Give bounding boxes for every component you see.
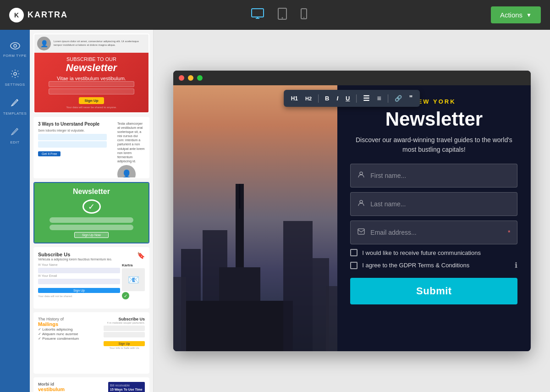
template-card-1[interactable]: 👤 Lorem ipsum dolor sit amet, consectetu… xyxy=(33,33,149,113)
underline-button[interactable]: U xyxy=(343,94,352,103)
tpl3-bar-1 xyxy=(50,217,133,223)
window-maximize-dot[interactable] xyxy=(197,75,203,81)
tpl1-field-email xyxy=(49,88,134,94)
tpl5-accent: Mailings xyxy=(38,321,58,327)
required-star: * xyxy=(508,229,510,236)
tpl2-field-name xyxy=(38,134,107,140)
unordered-list-button[interactable]: ☰ xyxy=(360,93,372,104)
esb-widest xyxy=(186,301,293,351)
checkbox-2-label: I agree to the GDPR Terms & Conditions xyxy=(362,262,469,269)
tpl6-head: Morbi id xyxy=(38,382,104,386)
pencil-icon xyxy=(11,98,19,110)
toolbar-divider-2 xyxy=(356,94,357,103)
tpl1-title: Newsletter xyxy=(66,62,117,74)
submit-button[interactable]: Submit xyxy=(350,278,517,304)
quote-button[interactable]: " xyxy=(407,93,416,104)
tpl4-left: ✉ Your Name ✉ Your Email Sign Up Your da… xyxy=(38,263,120,299)
svg-point-4 xyxy=(282,17,283,18)
svg-point-6 xyxy=(303,17,304,18)
heading1-button[interactable]: H1 xyxy=(288,94,301,103)
tpl3-check-circle: ✓ xyxy=(82,199,101,214)
tpl4-right: Kartra 📧 ✓ xyxy=(122,263,145,299)
tpl4-field-email xyxy=(38,279,120,284)
window-close-dot[interactable] xyxy=(179,75,184,81)
template-card-4[interactable]: Subscribe Us Vehicula a adipiscing lorem… xyxy=(33,247,149,309)
building-2 xyxy=(173,277,187,351)
browser-window: H1 H2 B I U ☰ ≡ 🔗 " xyxy=(173,71,531,351)
person-icon-1 xyxy=(358,171,365,180)
right-form-section: NEW YORK Newsletter Discover our award-w… xyxy=(337,85,530,351)
tpl1-signup-btn: Sign Up xyxy=(79,97,104,104)
email-field[interactable]: Email address... * xyxy=(350,221,517,244)
desktop-icon[interactable] xyxy=(251,8,264,22)
heading2-button[interactable]: H2 xyxy=(302,94,314,103)
tpl2-left: 3 Ways to Unerstand People Sem lobortis … xyxy=(38,121,115,174)
templates-label: TEMPLATES xyxy=(3,111,27,116)
sidebar-item-templates[interactable]: TEMPLATES xyxy=(0,94,30,120)
tpl1-field-name xyxy=(49,81,134,87)
template-card-6[interactable]: Morbi id vestibulum non elit Bill receiv… xyxy=(33,377,149,392)
italic-button[interactable]: I xyxy=(334,94,341,103)
template-card-5[interactable]: The History of Mailings ✓ Lobortis adipi… xyxy=(33,312,149,374)
browser-titlebar xyxy=(173,71,531,85)
tpl3-btn: Sign Up Now xyxy=(74,232,109,238)
tpl4-title: Subscribe Us xyxy=(38,252,112,257)
sidebar-item-form-type[interactable]: FORM TYPE xyxy=(0,37,30,62)
newsletter-description: Discover our award-winning travel guides… xyxy=(350,135,517,155)
info-icon[interactable]: ℹ xyxy=(515,261,517,270)
link-button[interactable]: 🔗 xyxy=(392,94,405,103)
actions-button[interactable]: Actions ▼ xyxy=(491,6,541,23)
checkbox-row-2: I agree to the GDPR Terms & Conditions ℹ xyxy=(350,261,517,270)
newsletter-title: Newsletter xyxy=(350,109,517,130)
checkbox-1[interactable] xyxy=(350,249,358,256)
toolbar-divider-3 xyxy=(388,94,388,103)
submit-label: Submit xyxy=(416,285,452,297)
tpl4-note: Your data will not be shared. xyxy=(38,295,120,298)
tpl5-btn: Sign Up xyxy=(104,341,145,346)
sidebar-item-edit[interactable]: EDIT xyxy=(0,122,30,149)
esb-base xyxy=(236,184,244,351)
template-card-3[interactable]: Newsletter ✓ Sign Up Now xyxy=(33,182,149,243)
tpl1-subtitle: Vitae ia vestibulum vestibulum. xyxy=(57,76,126,81)
tpl6-right: Bill receivable 15 Ways To Use Time xyxy=(108,382,145,392)
tpl1-subscribe-label: SUBSCRIBE TO OUR xyxy=(66,56,116,62)
buildings-silhouette xyxy=(173,165,338,351)
svg-point-7 xyxy=(11,43,20,49)
tpl2-heading: 3 Ways to Unerstand People xyxy=(38,121,115,127)
template-card-2[interactable]: 3 Ways to Unerstand People Sem lobortis … xyxy=(33,117,149,178)
tpl5-check-3: ✓ Posuere condimentum xyxy=(38,337,100,341)
last-name-placeholder: Last name... xyxy=(370,200,406,208)
building-5 xyxy=(283,221,313,351)
checkbox-2[interactable] xyxy=(350,262,358,269)
chevron-down-icon: ▼ xyxy=(526,12,532,18)
last-name-field[interactable]: Last name... xyxy=(350,192,517,216)
template-preview-6: Morbi id vestibulum non elit Bill receiv… xyxy=(34,378,148,392)
edit-label: EDIT xyxy=(10,140,19,144)
template-panel: 👤 Lorem ipsum dolor sit amet, consectetu… xyxy=(30,30,154,392)
tpl6-accent: vestibulum xyxy=(38,386,65,392)
first-name-field[interactable]: First name... xyxy=(350,164,517,188)
device-nav xyxy=(251,8,307,22)
template-preview-2: 3 Ways to Unerstand People Sem lobortis … xyxy=(34,118,148,177)
main-layout: FORM TYPE SETTINGS TEMPLATES xyxy=(0,30,550,392)
ordered-list-button[interactable]: ≡ xyxy=(374,93,384,104)
window-minimize-dot[interactable] xyxy=(188,75,193,81)
first-name-placeholder: First name... xyxy=(370,172,406,179)
sidebar-item-settings[interactable]: SETTINGS xyxy=(0,65,30,91)
tablet-icon[interactable] xyxy=(278,8,287,22)
bold-button[interactable]: B xyxy=(322,94,332,103)
svg-point-8 xyxy=(14,44,16,47)
template-preview-5: The History of Mailings ✓ Lobortis adipi… xyxy=(34,313,148,373)
eye-icon xyxy=(10,41,20,52)
template-preview-1: SUBSCRIBE TO OUR Newsletter Vitae ia ves… xyxy=(34,53,148,112)
tpl5-heading: Mailings xyxy=(38,321,100,327)
svg-rect-12 xyxy=(358,229,364,234)
tpl4-sub: Vehicula a adipiscing lorem faucibus fer… xyxy=(38,257,112,261)
logo: K KARTRA xyxy=(9,8,68,22)
tpl3-bar-2 xyxy=(50,225,133,230)
tpl6-right-title: 15 Ways To Use Time xyxy=(110,388,143,391)
tpl6-right-label: Bill receivable xyxy=(110,384,143,387)
tpl5-label: The History of xyxy=(38,317,100,321)
tpl4-bookmark-icon: 🔖 xyxy=(137,252,145,259)
mobile-icon[interactable] xyxy=(301,8,307,22)
